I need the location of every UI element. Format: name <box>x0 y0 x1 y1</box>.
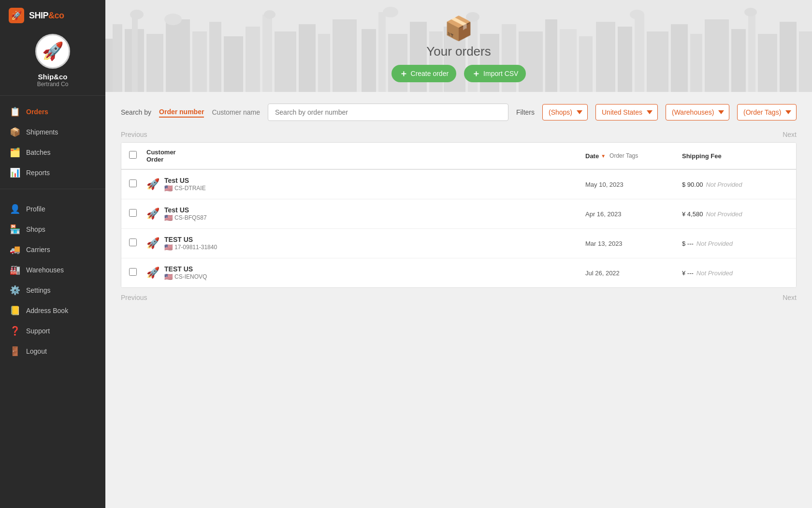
td-customer-1: 🚀 Test US 🇺🇸 CS-BFQS87 <box>146 206 585 222</box>
previous-page-bottom[interactable]: Previous <box>121 294 147 301</box>
svg-rect-12 <box>299 24 316 92</box>
search-by-label: Search by <box>121 108 151 116</box>
sidebar-item-address-book[interactable]: 📒 Address Book <box>0 300 105 321</box>
create-order-button[interactable]: ＋ Create order <box>392 65 457 82</box>
address-book-icon: 📒 <box>10 305 20 316</box>
svg-rect-1 <box>113 24 122 92</box>
filters-label: Filters <box>516 108 535 116</box>
sidebar-item-logout-label: Logout <box>26 347 47 355</box>
svg-rect-13 <box>318 34 330 92</box>
svg-rect-26 <box>560 29 577 92</box>
sidebar-item-reports-label: Reports <box>26 169 50 177</box>
search-tab-customer[interactable]: Customer name <box>212 107 260 117</box>
shops-filter[interactable]: (Shops) <box>542 104 588 120</box>
plus-icon-csv: ＋ <box>472 68 480 79</box>
sidebar-item-shipments-label: Shipments <box>26 128 58 136</box>
avatar: 🚀 <box>35 34 70 69</box>
main-content: 📦 Your orders ＋ Create order ＋ Import CS… <box>105 0 812 508</box>
content-area: Search by Order number Customer name Fil… <box>105 92 812 317</box>
row-checkbox-0[interactable] <box>129 179 137 187</box>
svg-rect-39 <box>799 31 812 92</box>
next-page-bottom[interactable]: Next <box>783 294 797 301</box>
svg-rect-38 <box>780 22 797 92</box>
hero-content: 📦 Your orders ＋ Create order ＋ Import CS… <box>392 15 526 82</box>
sidebar-item-settings[interactable]: ⚙️ Settings <box>0 280 105 300</box>
user-name: Ship&co <box>38 73 68 81</box>
warehouse-filter[interactable]: (Warehouses) <box>666 104 729 120</box>
svg-rect-31 <box>647 31 668 92</box>
sidebar-item-batches[interactable]: 🗂️ Batches <box>0 142 105 163</box>
svg-rect-28 <box>596 22 615 92</box>
select-all-checkbox[interactable] <box>129 151 137 159</box>
tags-filter[interactable]: (Order Tags) <box>737 104 797 120</box>
rocket-icon-2: 🚀 <box>146 237 160 250</box>
svg-point-45 <box>630 10 644 19</box>
sidebar-item-warehouses-label: Warehouses <box>26 266 64 274</box>
secondary-nav: 👤 Profile 🏪 Shops 🚚 Carriers 🏭 Warehouse… <box>0 193 105 363</box>
sidebar-item-carriers-label: Carriers <box>26 246 50 254</box>
pagination-top: Previous Next <box>121 131 797 138</box>
rocket-icon-0: 🚀 <box>146 178 160 191</box>
sidebar-item-orders-label: Orders <box>26 108 48 116</box>
order-name-0: Test US <box>164 177 206 184</box>
sidebar-item-batches-label: Batches <box>26 149 51 156</box>
primary-nav: 📋 Orders 📦 Shipments 🗂️ Batches 📊 Report… <box>0 96 105 185</box>
plus-icon: ＋ <box>399 68 408 79</box>
td-date-3: Jul 26, 2022 <box>585 269 682 277</box>
sidebar-item-support-label: Support <box>26 327 50 335</box>
th-date: Date ▼ Order Tags <box>585 152 682 160</box>
td-fee-2: $ --- Not Provided <box>682 240 788 247</box>
sidebar-item-support[interactable]: ❓ Support <box>0 321 105 341</box>
sidebar-item-shipments[interactable]: 📦 Shipments <box>0 122 105 142</box>
svg-rect-35 <box>731 29 746 92</box>
flag-icon-0: 🇺🇸 <box>164 184 173 192</box>
row-checkbox-1[interactable] <box>129 209 137 217</box>
next-page-top[interactable]: Next <box>783 131 797 138</box>
sidebar-item-orders[interactable]: 📋 Orders <box>0 102 105 122</box>
flag-icon-2: 🇺🇸 <box>164 243 173 251</box>
shipments-icon: 📦 <box>10 127 20 137</box>
previous-page-top[interactable]: Previous <box>121 131 147 138</box>
sidebar-item-logout[interactable]: 🚪 Logout <box>0 341 105 361</box>
orders-box-icon: 📦 <box>444 15 473 42</box>
order-num-0: 🇺🇸 CS-DTRAIE <box>164 184 206 192</box>
sidebar-brand: 🚀 SHIP&co <box>0 0 105 29</box>
td-check-1 <box>129 209 146 219</box>
svg-rect-36 <box>748 12 755 92</box>
order-name-1: Test US <box>164 206 207 214</box>
svg-rect-30 <box>635 15 644 92</box>
sidebar-item-shops[interactable]: 🏪 Shops <box>0 219 105 239</box>
search-tab-order[interactable]: Order number <box>159 107 204 118</box>
row-checkbox-3[interactable] <box>129 268 137 276</box>
svg-rect-11 <box>275 31 296 92</box>
sidebar-item-warehouses[interactable]: 🏭 Warehouses <box>0 260 105 280</box>
row-checkbox-2[interactable] <box>129 239 137 246</box>
search-input[interactable] <box>268 104 508 121</box>
svg-rect-6 <box>192 31 207 92</box>
order-name-3: TEST US <box>164 265 207 273</box>
th-checkbox <box>129 151 146 161</box>
svg-rect-33 <box>690 34 702 92</box>
svg-rect-25 <box>545 19 557 92</box>
flag-icon-3: 🇺🇸 <box>164 273 173 281</box>
sidebar-item-carriers[interactable]: 🚚 Carriers <box>0 239 105 260</box>
order-num-3: 🇺🇸 CS-IENOVQ <box>164 273 207 281</box>
table-row: 🚀 TEST US 🇺🇸 CS-IENOVQ Jul 26, 2022 ¥ --… <box>121 258 796 287</box>
hero-banner: 📦 Your orders ＋ Create order ＋ Import CS… <box>105 0 812 92</box>
sidebar-item-reports[interactable]: 📊 Reports <box>0 163 105 183</box>
carriers-icon: 🚚 <box>10 244 20 255</box>
country-filter[interactable]: United States <box>595 104 658 120</box>
pagination-bottom: Previous Next <box>121 294 797 301</box>
support-icon: ❓ <box>10 326 20 336</box>
import-csv-button[interactable]: ＋ Import CSV <box>464 65 526 82</box>
svg-rect-10 <box>262 15 272 92</box>
sidebar-item-settings-label: Settings <box>26 286 51 294</box>
sidebar-item-profile[interactable]: 👤 Profile <box>0 199 105 219</box>
table-header: Customer Order Date ▼ Order Tags Shippin… <box>121 143 796 170</box>
svg-rect-32 <box>671 24 688 92</box>
shops-icon: 🏪 <box>10 224 20 235</box>
table-row: 🚀 Test US 🇺🇸 CS-DTRAIE May 10, 2023 $ 90… <box>121 170 796 199</box>
td-fee-3: ¥ --- Not Provided <box>682 269 788 277</box>
logout-icon: 🚪 <box>10 346 20 357</box>
svg-rect-29 <box>618 27 632 92</box>
